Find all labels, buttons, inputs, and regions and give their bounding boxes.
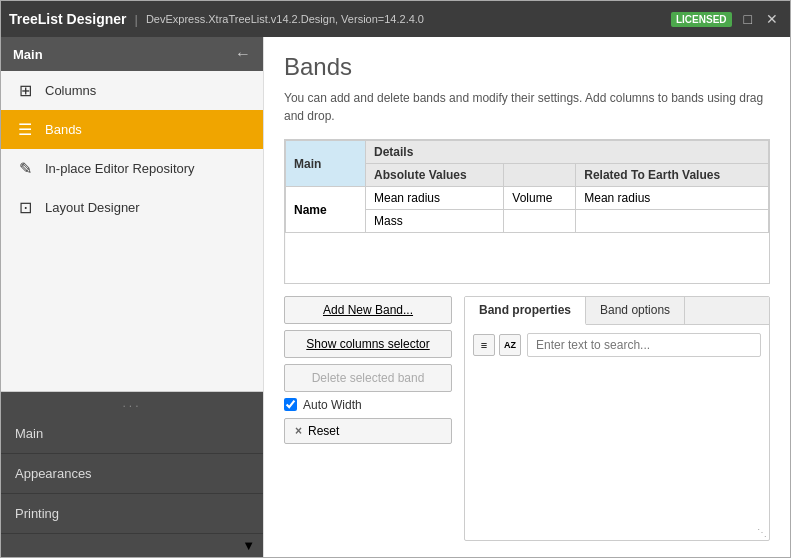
- sidebar-item-inplace-editor[interactable]: ✎ In-place Editor Repository: [1, 149, 263, 188]
- bands-icon: ☰: [15, 120, 35, 139]
- band-cell-name: Name: [286, 187, 366, 233]
- search-icons: ≡ AZ: [473, 334, 521, 356]
- band-cell-mass: Mass: [366, 210, 504, 233]
- band-cell-main[interactable]: Main: [286, 141, 366, 187]
- chevron-down-icon: ▼: [242, 538, 255, 553]
- sidebar-bottom-item-appearances[interactable]: Appearances: [1, 454, 263, 494]
- left-actions: Add New Band... Show columns selector De…: [284, 296, 452, 542]
- sidebar-item-bands-label: Bands: [45, 122, 82, 137]
- sidebar-item-layout-designer-label: Layout Designer: [45, 200, 140, 215]
- band-cell-empty3: [576, 210, 769, 233]
- band-cell-mean-radius-earth: Mean radius: [576, 187, 769, 210]
- sidebar-item-columns-label: Columns: [45, 83, 96, 98]
- reset-button[interactable]: × Reset: [284, 418, 452, 444]
- page-title: Bands: [284, 53, 770, 81]
- auto-width-row: Auto Width: [284, 398, 452, 412]
- tabs-header: Band properties Band options: [465, 297, 769, 325]
- inplace-editor-icon: ✎: [15, 159, 35, 178]
- reset-label: Reset: [308, 424, 339, 438]
- band-empty-area: [286, 233, 769, 283]
- sidebar-bottom-item-printing[interactable]: Printing: [1, 494, 263, 534]
- band-cell-mean-radius: Mean radius: [366, 187, 504, 210]
- add-new-band-button[interactable]: Add New Band...: [284, 296, 452, 324]
- tab-band-properties[interactable]: Band properties: [465, 297, 586, 325]
- main-window: TreeList Designer | DevExpress.XtraTreeL…: [0, 0, 791, 558]
- band-table: Main Details Absolute Values Related To …: [285, 140, 769, 283]
- sort-icon: ≡: [481, 339, 487, 351]
- columns-icon: ⊞: [15, 81, 35, 100]
- sidebar-item-inplace-editor-label: In-place Editor Repository: [45, 161, 195, 176]
- band-table-wrapper: Main Details Absolute Values Related To …: [284, 139, 770, 284]
- right-panel: Band properties Band options ≡ AZ: [464, 296, 770, 542]
- auto-width-label: Auto Width: [303, 398, 362, 412]
- search-input[interactable]: [527, 333, 761, 357]
- x-icon: ×: [295, 424, 302, 438]
- sidebar-bottom: ... Main Appearances Printing ▼: [1, 391, 263, 557]
- delete-selected-band-button[interactable]: Delete selected band: [284, 364, 452, 392]
- page-description: You can add and delete bands and modify …: [284, 89, 770, 125]
- tab-empty-area: [465, 365, 769, 526]
- az-icon-button[interactable]: AZ: [499, 334, 521, 356]
- az-icon: AZ: [504, 340, 516, 350]
- minimize-button[interactable]: □: [740, 9, 756, 29]
- sidebar-item-bands[interactable]: ☰ Bands: [1, 110, 263, 149]
- sidebar-back-button[interactable]: ←: [235, 45, 251, 63]
- tab-band-options[interactable]: Band options: [586, 297, 685, 324]
- band-cell-absolute-values: Absolute Values: [366, 164, 504, 187]
- titlebar: TreeList Designer | DevExpress.XtraTreeL…: [1, 1, 790, 37]
- sidebar-item-layout-designer[interactable]: ⊡ Layout Designer: [1, 188, 263, 227]
- sidebar-top: Main ← ⊞ Columns ☰ Bands ✎ In-place Edit…: [1, 37, 263, 391]
- band-cell-volume: Volume: [504, 187, 576, 210]
- auto-width-checkbox[interactable]: [284, 398, 297, 411]
- table-row: Name Mean radius Volume Mean radius: [286, 187, 769, 210]
- sort-icon-button[interactable]: ≡: [473, 334, 495, 356]
- sidebar-header-label: Main: [13, 47, 43, 62]
- version-text: DevExpress.XtraTreeList.v14.2.Design, Ve…: [146, 13, 663, 25]
- bottom-section: Add New Band... Show columns selector De…: [284, 296, 770, 542]
- license-badge: LICENSED: [671, 12, 732, 27]
- table-row: Main Details: [286, 141, 769, 164]
- app-title: TreeList Designer: [9, 11, 127, 27]
- layout-designer-icon: ⊡: [15, 198, 35, 217]
- main-panel: Bands You can add and delete bands and m…: [264, 37, 790, 557]
- window-controls: □ ✕: [740, 9, 782, 29]
- band-cell-details: Details: [366, 141, 769, 164]
- resize-corner: ⋱: [465, 525, 769, 540]
- resize-icon: ⋱: [757, 527, 767, 538]
- table-row-empty: [286, 233, 769, 283]
- show-columns-selector-button[interactable]: Show columns selector: [284, 330, 452, 358]
- band-cell-empty: [504, 164, 576, 187]
- band-cell-empty2: [504, 210, 576, 233]
- sidebar-item-columns[interactable]: ⊞ Columns: [1, 71, 263, 110]
- tab-content: ≡ AZ: [465, 325, 769, 365]
- sidebar-bottom-item-main[interactable]: Main: [1, 414, 263, 454]
- band-cell-related-values: Related To Earth Values: [576, 164, 769, 187]
- sidebar-header: Main ←: [1, 37, 263, 71]
- sidebar: Main ← ⊞ Columns ☰ Bands ✎ In-place Edit…: [1, 37, 264, 557]
- content-area: Main ← ⊞ Columns ☰ Bands ✎ In-place Edit…: [1, 37, 790, 557]
- sidebar-scroll-down[interactable]: ▼: [1, 534, 263, 557]
- close-button[interactable]: ✕: [762, 9, 782, 29]
- sidebar-dots-separator: ...: [1, 392, 263, 414]
